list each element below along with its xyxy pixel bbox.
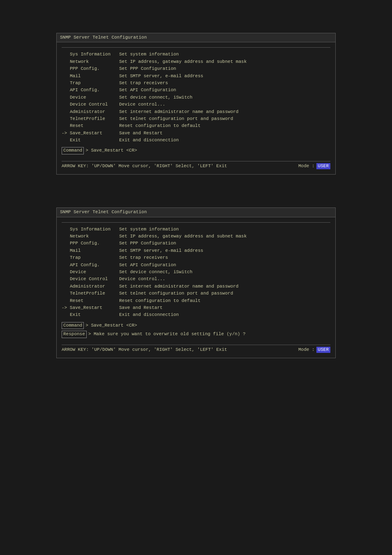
menu-item-desc: Device control... — [119, 276, 330, 283]
status-right-2: Mode : USER — [298, 347, 330, 353]
command-line-2: Command > Save_Restart <CR> — [62, 322, 330, 329]
table-row: TrapSet trap receivers — [62, 80, 330, 87]
menu-item-desc: Set IP address, gateway address and subn… — [119, 58, 330, 65]
table-row: ExitExit and disconnection — [62, 137, 330, 144]
menu-item-name: Trap — [62, 80, 119, 87]
menu-item-desc: Save and Restart — [119, 304, 330, 311]
command-text-2: > Save_Restart <CR> — [85, 322, 137, 329]
table-row: DeviceSet device connect, iSwitch — [62, 94, 330, 101]
menu-item-name: Network — [62, 58, 119, 65]
menu-item-desc: Set telnet configuration port and passwo… — [119, 115, 330, 122]
terminal-title-1: SNMP Server Telnet Configuration — [57, 33, 335, 42]
table-row: PPP Config.Set PPP Configuration — [62, 240, 330, 247]
table-row: API Config.Set API Configuration — [62, 87, 330, 94]
menu-item-desc: Device control... — [119, 101, 330, 108]
menu-item-desc: Set system information — [119, 226, 330, 233]
mode-label-1: Mode : — [298, 163, 315, 169]
status-text-2: ARROW KEY: 'UP/DOWN' Move cursor, 'RIGHT… — [62, 347, 227, 353]
table-row: API Config.Set API Configuration — [62, 262, 330, 269]
menu-item-desc: Set trap receivers — [119, 254, 330, 261]
terminal-title-2: SNMP Server Telnet Configuration — [57, 208, 335, 217]
table-row: NetworkSet IP address, gateway address a… — [62, 233, 330, 240]
menu-item-name: Device Control — [62, 101, 119, 108]
table-row: MailSet SMTP server, e-mail address — [62, 247, 330, 254]
table-row: Device ControlDevice control... — [62, 276, 330, 283]
table-row: Save_RestartSave and Restart — [62, 130, 330, 137]
menu-item-desc: Reset configuration to default — [119, 297, 330, 304]
terminal-window-1: SNMP Server Telnet Configuration Sys Inf… — [56, 33, 336, 175]
menu-item-name: TelnetProfile — [62, 290, 119, 297]
table-row: DeviceSet device connect, iSwitch — [62, 269, 330, 276]
command-text-1: > Save_Restart <CR> — [85, 147, 137, 154]
menu-item-name: PPP Config. — [62, 240, 119, 247]
table-row: ExitExit and disconnection — [62, 311, 330, 318]
table-row: AdministratorSet internet administrator … — [62, 108, 330, 115]
response-box-2: Response — [62, 331, 87, 338]
menu-item-name: Device — [62, 94, 119, 101]
table-row: NetworkSet IP address, gateway address a… — [62, 58, 330, 65]
menu-item-desc: Set internet administrator name and pass… — [119, 283, 330, 290]
mode-value-2: USER — [316, 347, 330, 353]
response-line-2: Response > Make sure you want to overwri… — [62, 331, 330, 338]
status-bar-1: ARROW KEY: 'UP/DOWN' Move cursor, 'RIGHT… — [62, 161, 330, 169]
menu-item-desc: Set internet administrator name and pass… — [119, 108, 330, 115]
table-row: TelnetProfileSet telnet configuration po… — [62, 290, 330, 297]
command-box-2: Command — [62, 322, 84, 329]
menu-item-desc: Set trap receivers — [119, 80, 330, 87]
command-line-1: Command > Save_Restart <CR> — [62, 147, 330, 154]
menu-item-desc: Set PPP Configuration — [119, 65, 330, 72]
menu-item-name: TelnetProfile — [62, 115, 119, 122]
menu-table-1: Sys InformationSet system informationNet… — [62, 51, 330, 144]
menu-item-name: Administrator — [62, 283, 119, 290]
table-row: ResetReset configuration to default — [62, 297, 330, 304]
menu-item-name: Sys Information — [62, 51, 119, 58]
menu-item-name: Mail — [62, 73, 119, 80]
menu-item-name: Trap — [62, 254, 119, 261]
terminal-body-2: Sys InformationSet system informationNet… — [57, 217, 335, 358]
menu-item-desc: Set device connect, iSwitch — [119, 269, 330, 276]
menu-item-desc: Set IP address, gateway address and subn… — [119, 233, 330, 240]
menu-item-desc: Reset configuration to default — [119, 122, 330, 129]
menu-item-name: Sys Information — [62, 226, 119, 233]
menu-item-desc: Set API Configuration — [119, 87, 330, 94]
status-bar-2: ARROW KEY: 'UP/DOWN' Move cursor, 'RIGHT… — [62, 345, 330, 353]
mode-value-1: USER — [316, 163, 330, 169]
table-row: Save_RestartSave and Restart — [62, 304, 330, 311]
menu-item-name: Reset — [62, 297, 119, 304]
menu-item-desc: Set SMTP server, e-mail address — [119, 73, 330, 80]
command-box-1: Command — [62, 147, 84, 154]
menu-item-name: Administrator — [62, 108, 119, 115]
table-row: AdministratorSet internet administrator … — [62, 283, 330, 290]
menu-item-name: Exit — [62, 137, 119, 144]
table-row: MailSet SMTP server, e-mail address — [62, 73, 330, 80]
menu-item-desc: Exit and disconnection — [119, 311, 330, 318]
status-text-1: ARROW KEY: 'UP/DOWN' Move cursor, 'RIGHT… — [62, 163, 227, 169]
table-row: TelnetProfileSet telnet configuration po… — [62, 115, 330, 122]
menu-item-desc: Exit and disconnection — [119, 137, 330, 144]
menu-table-2: Sys InformationSet system informationNet… — [62, 226, 330, 319]
terminal-body-1: Sys InformationSet system informationNet… — [57, 42, 335, 174]
response-text-2: > Make sure you want to overwrite old se… — [88, 331, 246, 337]
table-row: Sys InformationSet system information — [62, 51, 330, 58]
table-row: Sys InformationSet system information — [62, 226, 330, 233]
menu-item-name: Reset — [62, 122, 119, 129]
menu-item-name: Device Control — [62, 276, 119, 283]
menu-item-name: Save_Restart — [62, 304, 119, 311]
menu-item-desc: Set system information — [119, 51, 330, 58]
mode-label-2: Mode : — [298, 347, 315, 353]
menu-item-name: Device — [62, 269, 119, 276]
menu-item-name: API Config. — [62, 87, 119, 94]
menu-item-desc: Set SMTP server, e-mail address — [119, 247, 330, 254]
status-right-1: Mode : USER — [298, 163, 330, 169]
menu-item-name: API Config. — [62, 262, 119, 269]
terminal-window-2: SNMP Server Telnet Configuration Sys Inf… — [56, 207, 336, 358]
table-row: Device ControlDevice control... — [62, 101, 330, 108]
menu-item-name: Save_Restart — [62, 130, 119, 137]
menu-item-desc: Set telnet configuration port and passwo… — [119, 290, 330, 297]
menu-item-desc: Save and Restart — [119, 130, 330, 137]
menu-item-desc: Set device connect, iSwitch — [119, 94, 330, 101]
menu-item-name: Network — [62, 233, 119, 240]
menu-item-desc: Set API Configuration — [119, 262, 330, 269]
table-row: PPP Config.Set PPP Configuration — [62, 65, 330, 72]
menu-item-desc: Set PPP Configuration — [119, 240, 330, 247]
